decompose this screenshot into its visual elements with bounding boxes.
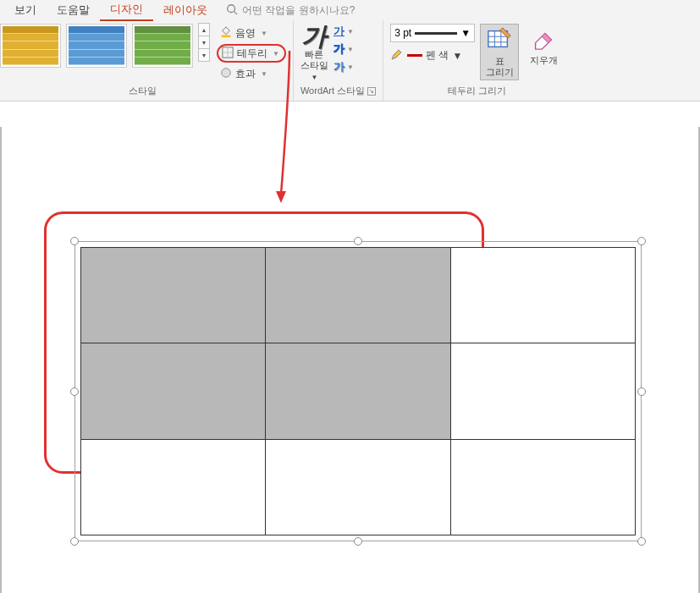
dropdown-icon: ▼ [347,63,354,71]
search-placeholder: 어떤 작업을 원하시나요? [242,3,355,18]
table-cell[interactable] [81,343,266,439]
svg-point-0 [228,4,235,12]
ribbon-content: ▲ ▼ ▼ 음영 ▼ 테두리 ▼ [0,20,700,101]
tab-view[interactable]: 보기 [4,0,47,20]
table-row [81,439,636,535]
shading-icon [220,26,232,41]
pen-color-label: 펜 색 [426,48,449,63]
dropdown-icon: ▼ [311,74,317,81]
table-cell[interactable] [450,343,635,439]
resize-handle-e[interactable] [637,387,646,396]
group-label-draw-borders: 테두리 그리기 [390,83,563,99]
text-outline-icon: 가 [333,41,344,57]
borders-button[interactable]: 테두리 ▼ [217,44,286,63]
borders-icon [222,47,234,61]
text-effects-icon: 가 [333,59,344,74]
resize-handle-s[interactable] [354,537,362,546]
dropdown-icon: ▼ [460,27,471,39]
resize-handle-w[interactable] [70,387,79,396]
slide-canvas[interactable] [0,127,700,593]
quick-styles-label-1: 빠른 [300,49,328,60]
table-cell[interactable] [266,439,450,535]
ribbon-tabs: 보기 도움말 디자인 레이아웃 어떤 작업을 원하시나요? [0,0,700,20]
wordart-quick-styles[interactable]: 가 빠른 스타일 ▼ [300,24,328,83]
dropdown-icon: ▼ [452,50,462,62]
wordart-glyph-icon: 가 [301,24,327,49]
dropdown-icon: ▼ [261,30,267,37]
pen-icon [390,47,404,63]
table-style-gold[interactable] [0,24,61,68]
table-style-gallery-spinner: ▲ ▼ ▼ [198,24,210,62]
table-cell[interactable] [450,439,635,535]
tab-design[interactable]: 디자인 [100,0,153,21]
table-style-green[interactable] [132,24,193,68]
style-scroll-up[interactable]: ▲ [198,23,210,36]
style-scroll-down[interactable]: ▼ [198,36,210,49]
search-icon [226,3,238,18]
ribbon: 보기 도움말 디자인 레이아웃 어떤 작업을 원하시나요? ▲ ▼ [0,0,700,102]
effects-label: 효과 [235,67,256,81]
style-gallery-expand[interactable]: ▼ [198,48,210,62]
eraser-label: 지우개 [530,55,558,66]
resize-handle-se[interactable] [637,537,646,546]
quick-styles-label-2: 스타일 [300,60,328,71]
table[interactable] [80,247,636,535]
resize-handle-n[interactable] [354,237,362,245]
text-outline-button[interactable]: 가▼ [333,41,354,57]
table-style-blue[interactable] [66,24,127,68]
resize-handle-sw[interactable] [70,537,79,546]
text-fill-icon: 가 [333,24,344,39]
pen-weight-value: 3 pt [394,27,411,39]
tab-layout[interactable]: 레이아웃 [153,0,218,20]
resize-handle-ne[interactable] [637,237,646,245]
table-cell[interactable] [81,248,266,343]
group-label-wordart: WordArt 스타일 [300,85,365,97]
draw-table-label-1: 표 [486,56,514,67]
svg-marker-12 [276,191,286,203]
table-object[interactable] [74,241,642,541]
group-wordart-styles: 가 빠른 스타일 ▼ 가▼ 가▼ 가▼ WordArt 스타일 ↘ [294,20,383,101]
group-draw-borders: 3 pt ▼ 펜 색 ▼ 표 그리기 [383,20,570,101]
table-row [81,248,636,343]
table-cell[interactable] [266,343,450,439]
svg-rect-2 [222,35,231,37]
pen-weight-select[interactable]: 3 pt ▼ [390,24,475,42]
eraser-button[interactable]: 지우개 [524,24,563,68]
dropdown-icon: ▼ [273,50,279,58]
borders-label: 테두리 [237,47,267,61]
svg-line-1 [234,11,238,14]
dropdown-icon: ▼ [347,28,354,36]
table-row [81,343,636,439]
effects-button[interactable]: 효과 ▼ [217,64,286,83]
draw-table-button[interactable]: 표 그리기 [480,24,519,80]
group-table-styles: ▲ ▼ ▼ 음영 ▼ 테두리 ▼ [0,20,294,101]
shading-label: 음영 [235,26,256,41]
draw-table-label-2: 그리기 [486,67,514,78]
pen-weight-preview [415,32,457,35]
table-cell[interactable] [450,248,635,343]
wordart-dialog-launcher[interactable]: ↘ [367,87,376,96]
resize-handle-nw[interactable] [70,237,79,245]
draw-table-icon [487,26,512,54]
pen-color-button[interactable]: 펜 색 ▼ [390,47,475,63]
group-label-styles: 스타일 [0,83,286,99]
pen-color-swatch [407,54,422,57]
dropdown-icon: ▼ [347,46,354,53]
svg-point-6 [222,68,231,77]
shading-button[interactable]: 음영 ▼ [217,24,286,42]
dropdown-icon: ▼ [261,70,267,78]
text-fill-button[interactable]: 가▼ [333,24,354,39]
text-effects-button[interactable]: 가▼ [333,59,354,74]
eraser-icon [531,25,556,53]
tab-help[interactable]: 도움말 [47,0,100,20]
tell-me-search[interactable]: 어떤 작업을 원하시나요? [226,3,355,18]
table-cell[interactable] [266,248,450,343]
effects-icon [220,67,232,81]
table-cell[interactable] [81,439,266,535]
